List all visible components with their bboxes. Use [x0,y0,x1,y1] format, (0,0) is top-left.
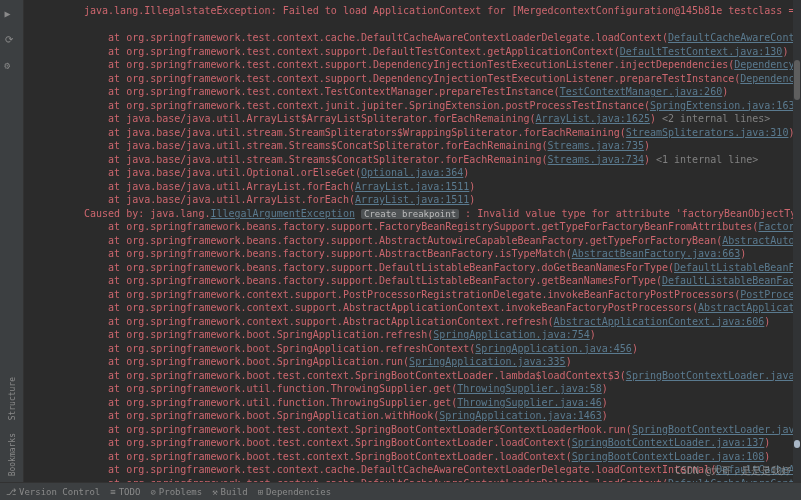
source-link[interactable]: Streams.java:734 [548,154,644,165]
source-link[interactable]: ArrayList.java:1511 [355,194,469,205]
source-link[interactable]: AbstractApplicationContext.java:606 [554,316,765,327]
internal-lines: <1 internal line> [656,154,758,165]
stack-frame: at java.base/java.util.stream.Streams$Co… [84,140,548,151]
scrollbar-thumb[interactable] [794,60,800,100]
source-link[interactable]: DefaultListableBeanFactory.java:575 [674,262,801,273]
stack-frame: at java.base/java.util.Optional.orElseGe… [84,167,361,178]
stack-frame: at java.base/java.util.stream.StreamSpli… [84,127,626,138]
source-link[interactable]: Optional.java:364 [361,167,463,178]
stack-frame: at org.springframework.test.context.cach… [84,464,716,475]
stack-frame: at java.base/java.util.ArrayList.forEach… [84,194,355,205]
vtab-bookmarks[interactable]: Bookmarks [6,429,19,480]
status-build[interactable]: ⚒ Build [212,487,248,497]
stack-frame: at org.springframework.util.function.Thr… [84,383,457,394]
stack-frame: at org.springframework.context.support.A… [84,316,554,327]
stack-frame: at org.springframework.boot.test.context… [84,424,632,435]
create-breakpoint-button[interactable]: Create breakpoint [361,209,459,219]
stack-frame: at org.springframework.beans.factory.sup… [84,235,722,246]
source-link[interactable]: SpringApplication.java:1463 [439,410,602,421]
stack-frame: at org.springframework.boot.SpringApplic… [84,356,409,367]
stack-frame: at org.springframework.util.function.Thr… [84,397,457,408]
status-version-control[interactable]: ⎇ Version Control [6,487,100,497]
source-link[interactable]: SpringBootContextLoader.java:108 [572,451,765,462]
source-link[interactable]: DefaultListableBeanFactory.java:534 [662,275,801,286]
stack-frame: at org.springframework.boot.test.context… [84,370,626,381]
source-link[interactable]: SpringBootContextLoader.java:137 [626,370,801,381]
stack-frame: at org.springframework.test.context.Test… [84,86,560,97]
source-link[interactable]: PostProcessorRegistrationDelegate.java:1… [740,289,801,300]
refresh-icon[interactable]: ⟳ [5,34,19,48]
source-link[interactable]: AbstractApplicationContext.java:788 [698,302,801,313]
source-link[interactable]: DependencyInjectionTestExecutionListener… [734,59,801,70]
exception-link[interactable]: IllegalArgumentException [210,208,355,219]
status-todo[interactable]: ≡ TODO [110,487,140,497]
settings-icon[interactable]: ⚙ [5,60,19,74]
stack-frame: at org.springframework.beans.factory.sup… [84,275,662,286]
stack-frame: at org.springframework.test.context.supp… [84,46,620,57]
scrollbar-track[interactable] [793,0,801,482]
stack-frame: at org.springframework.beans.factory.sup… [84,248,572,259]
source-link[interactable]: AbstractAutowireCapableBeanFactory.java:… [722,235,801,246]
stack-frame: at org.springframework.context.support.A… [84,302,698,313]
source-link[interactable]: DefaultTestContext.java:130 [620,46,783,57]
vertical-tabs: Structure Bookmarks [0,373,24,480]
status-problems[interactable]: ⊘ Problems [150,487,202,497]
stack-frame: at java.base/java.util.ArrayList$ArrayLi… [84,113,536,124]
stack-frame: at org.springframework.boot.SpringApplic… [84,329,433,340]
status-dependencies[interactable]: ⊞ Dependencies [258,487,331,497]
source-link[interactable]: StreamSpliterators.java:310 [626,127,789,138]
source-link[interactable]: ArrayList.java:1625 [536,113,650,124]
exception-header: java.lang.IllegalstateException: Failed … [84,5,801,16]
source-link[interactable]: AbstractBeanFactory.java:663 [572,248,741,259]
source-link[interactable]: SpringApplication.java:754 [433,329,590,340]
source-link[interactable]: SpringExtension.java:163 [650,100,795,111]
vtab-structure[interactable]: Structure [6,373,19,424]
stack-frame: at org.springframework.test.context.juni… [84,100,650,111]
stack-frame: at org.springframework.beans.factory.sup… [84,221,758,232]
stack-frame: at org.springframework.boot.SpringApplic… [84,343,475,354]
source-link[interactable]: SpringApplication.java:335 [409,356,566,367]
stack-frame: at org.springframework.boot.test.context… [84,451,572,462]
status-bar: ⎇ Version Control ≡ TODO ⊘ Problems ⚒ Bu… [0,482,801,500]
scrollbar-marker [794,440,800,448]
stack-frame: at java.base/java.util.stream.Streams$Co… [84,154,548,165]
stack-frame: at org.springframework.test.context.supp… [84,73,740,84]
stack-frame: at org.springframework.context.support.P… [84,289,740,300]
source-link[interactable]: DependencyInjectionTestExecutionListener… [740,73,801,84]
stack-frame: at org.springframework.test.context.cach… [84,32,668,43]
source-link[interactable]: SpringBootContextLoader.java:553 [632,424,801,435]
stack-frame: at org.springframework.boot.SpringApplic… [84,410,439,421]
source-link[interactable]: SpringApplication.java:456 [475,343,632,354]
source-link[interactable]: ArrayList.java:1511 [355,181,469,192]
debug-icon[interactable]: ▶ [5,8,19,22]
stack-frame: at org.springframework.beans.factory.sup… [84,262,674,273]
source-link[interactable]: DefaultCacheAwareContextLoaderDelegate.j… [668,32,801,43]
stack-frame: at org.springframework.test.context.supp… [84,59,734,70]
source-link[interactable]: DefaultCacheAwareContextLoaderDelegate.j… [716,464,801,475]
tool-window-bar: ▶ ⟳ ⚙ Structure Bookmarks [0,0,24,500]
source-link[interactable]: ThrowingSupplier.java:46 [457,397,602,408]
stack-frame: at java.base/java.util.ArrayList.forEach… [84,181,355,192]
source-link[interactable]: TestContextManager.java:260 [560,86,723,97]
internal-lines: <2 internal lines> [662,113,770,124]
console-output: java.lang.IllegalstateException: Failed … [24,0,801,482]
source-link[interactable]: ThrowingSupplier.java:58 [457,383,602,394]
caused-by: Caused by: java.lang. [84,208,210,219]
source-link[interactable]: SpringBootContextLoader.java:137 [572,437,765,448]
stack-frame: at org.springframework.boot.test.context… [84,437,572,448]
source-link[interactable]: Streams.java:735 [548,140,644,151]
